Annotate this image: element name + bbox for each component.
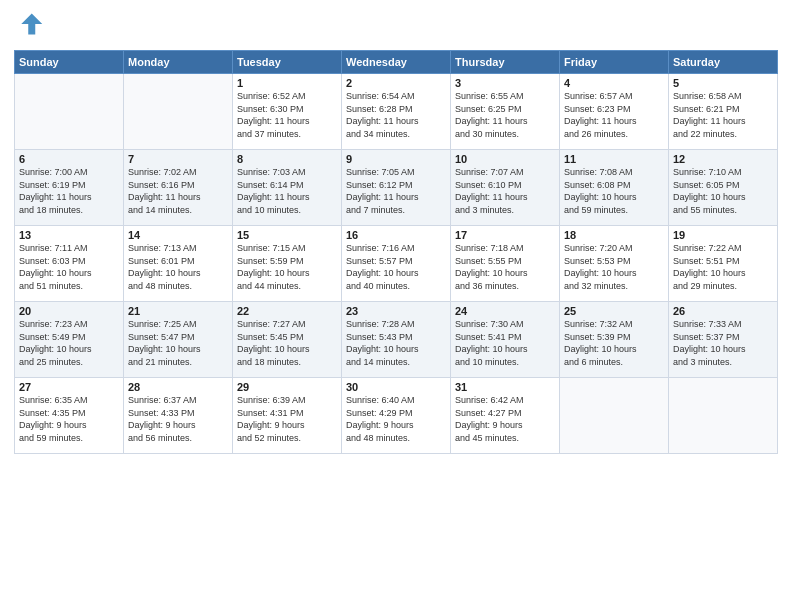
day-number: 17 <box>455 229 555 241</box>
day-number: 23 <box>346 305 446 317</box>
day-info: Sunrise: 7:07 AM Sunset: 6:10 PM Dayligh… <box>455 166 555 216</box>
calendar-cell: 16Sunrise: 7:16 AM Sunset: 5:57 PM Dayli… <box>342 226 451 302</box>
day-info: Sunrise: 6:58 AM Sunset: 6:21 PM Dayligh… <box>673 90 773 140</box>
day-number: 24 <box>455 305 555 317</box>
page-container: SundayMondayTuesdayWednesdayThursdayFrid… <box>0 0 792 462</box>
day-info: Sunrise: 7:03 AM Sunset: 6:14 PM Dayligh… <box>237 166 337 216</box>
week-row-3: 13Sunrise: 7:11 AM Sunset: 6:03 PM Dayli… <box>15 226 778 302</box>
day-info: Sunrise: 6:52 AM Sunset: 6:30 PM Dayligh… <box>237 90 337 140</box>
day-info: Sunrise: 7:10 AM Sunset: 6:05 PM Dayligh… <box>673 166 773 216</box>
calendar-cell: 29Sunrise: 6:39 AM Sunset: 4:31 PM Dayli… <box>233 378 342 454</box>
day-info: Sunrise: 7:00 AM Sunset: 6:19 PM Dayligh… <box>19 166 119 216</box>
calendar-cell: 23Sunrise: 7:28 AM Sunset: 5:43 PM Dayli… <box>342 302 451 378</box>
week-row-4: 20Sunrise: 7:23 AM Sunset: 5:49 PM Dayli… <box>15 302 778 378</box>
day-info: Sunrise: 7:02 AM Sunset: 6:16 PM Dayligh… <box>128 166 228 216</box>
day-number: 25 <box>564 305 664 317</box>
day-info: Sunrise: 7:28 AM Sunset: 5:43 PM Dayligh… <box>346 318 446 368</box>
day-number: 13 <box>19 229 119 241</box>
calendar-cell: 5Sunrise: 6:58 AM Sunset: 6:21 PM Daylig… <box>669 74 778 150</box>
calendar-cell: 12Sunrise: 7:10 AM Sunset: 6:05 PM Dayli… <box>669 150 778 226</box>
calendar-cell: 13Sunrise: 7:11 AM Sunset: 6:03 PM Dayli… <box>15 226 124 302</box>
day-info: Sunrise: 7:23 AM Sunset: 5:49 PM Dayligh… <box>19 318 119 368</box>
day-number: 3 <box>455 77 555 89</box>
day-info: Sunrise: 6:40 AM Sunset: 4:29 PM Dayligh… <box>346 394 446 444</box>
day-number: 7 <box>128 153 228 165</box>
calendar-cell: 31Sunrise: 6:42 AM Sunset: 4:27 PM Dayli… <box>451 378 560 454</box>
calendar-cell: 21Sunrise: 7:25 AM Sunset: 5:47 PM Dayli… <box>124 302 233 378</box>
day-info: Sunrise: 7:11 AM Sunset: 6:03 PM Dayligh… <box>19 242 119 292</box>
day-info: Sunrise: 7:30 AM Sunset: 5:41 PM Dayligh… <box>455 318 555 368</box>
day-info: Sunrise: 6:39 AM Sunset: 4:31 PM Dayligh… <box>237 394 337 444</box>
day-info: Sunrise: 6:55 AM Sunset: 6:25 PM Dayligh… <box>455 90 555 140</box>
day-info: Sunrise: 7:27 AM Sunset: 5:45 PM Dayligh… <box>237 318 337 368</box>
day-number: 28 <box>128 381 228 393</box>
day-info: Sunrise: 7:13 AM Sunset: 6:01 PM Dayligh… <box>128 242 228 292</box>
day-number: 14 <box>128 229 228 241</box>
calendar-cell: 1Sunrise: 6:52 AM Sunset: 6:30 PM Daylig… <box>233 74 342 150</box>
calendar-cell: 15Sunrise: 7:15 AM Sunset: 5:59 PM Dayli… <box>233 226 342 302</box>
day-number: 9 <box>346 153 446 165</box>
calendar-cell <box>669 378 778 454</box>
calendar-cell: 17Sunrise: 7:18 AM Sunset: 5:55 PM Dayli… <box>451 226 560 302</box>
day-info: Sunrise: 7:08 AM Sunset: 6:08 PM Dayligh… <box>564 166 664 216</box>
calendar-cell: 11Sunrise: 7:08 AM Sunset: 6:08 PM Dayli… <box>560 150 669 226</box>
col-header-wednesday: Wednesday <box>342 51 451 74</box>
calendar-cell: 9Sunrise: 7:05 AM Sunset: 6:12 PM Daylig… <box>342 150 451 226</box>
col-header-thursday: Thursday <box>451 51 560 74</box>
day-number: 27 <box>19 381 119 393</box>
col-header-friday: Friday <box>560 51 669 74</box>
col-header-sunday: Sunday <box>15 51 124 74</box>
calendar-cell: 28Sunrise: 6:37 AM Sunset: 4:33 PM Dayli… <box>124 378 233 454</box>
calendar-cell: 7Sunrise: 7:02 AM Sunset: 6:16 PM Daylig… <box>124 150 233 226</box>
day-info: Sunrise: 6:57 AM Sunset: 6:23 PM Dayligh… <box>564 90 664 140</box>
calendar-cell: 19Sunrise: 7:22 AM Sunset: 5:51 PM Dayli… <box>669 226 778 302</box>
day-info: Sunrise: 7:18 AM Sunset: 5:55 PM Dayligh… <box>455 242 555 292</box>
day-number: 30 <box>346 381 446 393</box>
calendar-cell: 25Sunrise: 7:32 AM Sunset: 5:39 PM Dayli… <box>560 302 669 378</box>
day-number: 4 <box>564 77 664 89</box>
week-row-2: 6Sunrise: 7:00 AM Sunset: 6:19 PM Daylig… <box>15 150 778 226</box>
calendar-cell: 20Sunrise: 7:23 AM Sunset: 5:49 PM Dayli… <box>15 302 124 378</box>
calendar-cell: 18Sunrise: 7:20 AM Sunset: 5:53 PM Dayli… <box>560 226 669 302</box>
day-number: 20 <box>19 305 119 317</box>
day-number: 1 <box>237 77 337 89</box>
svg-marker-0 <box>21 14 42 35</box>
day-info: Sunrise: 6:35 AM Sunset: 4:35 PM Dayligh… <box>19 394 119 444</box>
day-info: Sunrise: 7:32 AM Sunset: 5:39 PM Dayligh… <box>564 318 664 368</box>
day-number: 12 <box>673 153 773 165</box>
day-number: 10 <box>455 153 555 165</box>
calendar-cell <box>560 378 669 454</box>
calendar-cell: 26Sunrise: 7:33 AM Sunset: 5:37 PM Dayli… <box>669 302 778 378</box>
day-info: Sunrise: 7:33 AM Sunset: 5:37 PM Dayligh… <box>673 318 773 368</box>
col-header-tuesday: Tuesday <box>233 51 342 74</box>
col-header-monday: Monday <box>124 51 233 74</box>
col-header-saturday: Saturday <box>669 51 778 74</box>
calendar-cell: 22Sunrise: 7:27 AM Sunset: 5:45 PM Dayli… <box>233 302 342 378</box>
day-info: Sunrise: 7:15 AM Sunset: 5:59 PM Dayligh… <box>237 242 337 292</box>
week-row-5: 27Sunrise: 6:35 AM Sunset: 4:35 PM Dayli… <box>15 378 778 454</box>
calendar-cell: 3Sunrise: 6:55 AM Sunset: 6:25 PM Daylig… <box>451 74 560 150</box>
logo-icon <box>16 10 44 38</box>
day-number: 29 <box>237 381 337 393</box>
calendar-cell: 27Sunrise: 6:35 AM Sunset: 4:35 PM Dayli… <box>15 378 124 454</box>
week-row-1: 1Sunrise: 6:52 AM Sunset: 6:30 PM Daylig… <box>15 74 778 150</box>
calendar-cell <box>124 74 233 150</box>
calendar-cell: 6Sunrise: 7:00 AM Sunset: 6:19 PM Daylig… <box>15 150 124 226</box>
day-number: 5 <box>673 77 773 89</box>
calendar-cell: 4Sunrise: 6:57 AM Sunset: 6:23 PM Daylig… <box>560 74 669 150</box>
header-row: SundayMondayTuesdayWednesdayThursdayFrid… <box>15 51 778 74</box>
calendar-cell <box>15 74 124 150</box>
day-info: Sunrise: 6:42 AM Sunset: 4:27 PM Dayligh… <box>455 394 555 444</box>
day-number: 11 <box>564 153 664 165</box>
day-info: Sunrise: 7:25 AM Sunset: 5:47 PM Dayligh… <box>128 318 228 368</box>
day-info: Sunrise: 7:20 AM Sunset: 5:53 PM Dayligh… <box>564 242 664 292</box>
day-info: Sunrise: 7:22 AM Sunset: 5:51 PM Dayligh… <box>673 242 773 292</box>
calendar-cell: 2Sunrise: 6:54 AM Sunset: 6:28 PM Daylig… <box>342 74 451 150</box>
calendar-cell: 8Sunrise: 7:03 AM Sunset: 6:14 PM Daylig… <box>233 150 342 226</box>
calendar-cell: 24Sunrise: 7:30 AM Sunset: 5:41 PM Dayli… <box>451 302 560 378</box>
calendar-cell: 10Sunrise: 7:07 AM Sunset: 6:10 PM Dayli… <box>451 150 560 226</box>
day-number: 2 <box>346 77 446 89</box>
day-number: 22 <box>237 305 337 317</box>
calendar-table: SundayMondayTuesdayWednesdayThursdayFrid… <box>14 50 778 454</box>
day-number: 6 <box>19 153 119 165</box>
